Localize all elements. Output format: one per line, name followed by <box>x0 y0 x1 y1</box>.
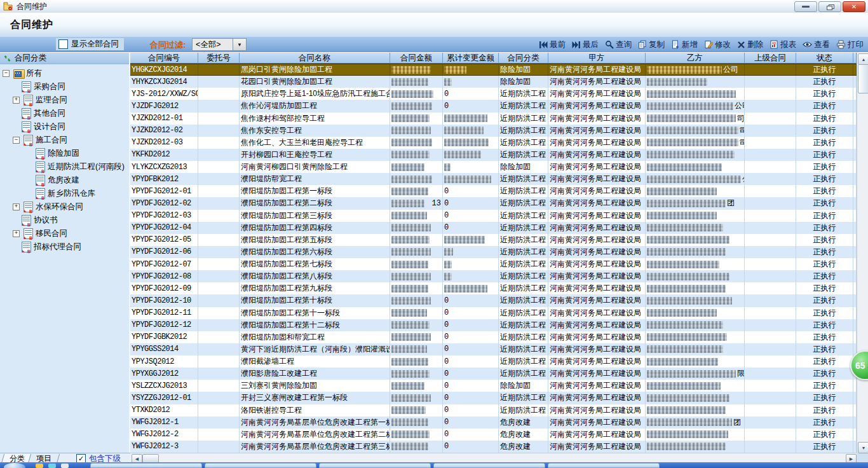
column-header-上级合同[interactable]: 上级合同 <box>745 53 796 64</box>
table-row[interactable]: YPYDFJG2012-12濮阳堤防加固工程第十二标段0近期防洪工程（河南黄河河… <box>130 319 857 331</box>
column-header-合同分类[interactable]: 合同分类 <box>499 53 548 64</box>
restore-button[interactable] <box>818 1 841 12</box>
table-row[interactable]: YPYDFJG2012-07濮阳堤防加固工程第七标段近期防洪工程（河南黄河河务局… <box>130 258 857 270</box>
tree-item-监理合同[interactable]: +B监理合同 <box>0 93 67 107</box>
column-header-状态[interactable]: 状态 <box>796 53 853 64</box>
table-row[interactable]: YJZDFJG2012焦作沁河堤防加固工程0近期防洪工程（河南黄河河务局工程建设… <box>130 100 857 112</box>
tree-item-近期防洪工程(河南段)[interactable]: B近期防洪工程(河南段) <box>0 160 125 174</box>
column-header-合同名称[interactable]: 合同名称 <box>240 53 390 64</box>
cell-contract-name: 焦作沁河堤防加固工程 <box>240 100 390 112</box>
show-all-contracts-checkbox[interactable]: 显示全部合同 <box>56 38 124 50</box>
table-row[interactable]: YJZKD2012-01焦作逯村和驾部控导工程近期防洪工程（河南黄河河务局工程建… <box>130 113 857 125</box>
tree-item-其他合同[interactable]: B其他合同 <box>0 107 65 120</box>
toolbar-button-print[interactable]: 打印 <box>833 39 867 50</box>
tree-item-招标代理合同[interactable]: B招标代理合同 <box>0 240 81 254</box>
quick-launch-icon[interactable] <box>61 464 69 468</box>
tree-item-label: 除险加固 <box>48 148 79 159</box>
tree-item-施工合同[interactable]: −B施工合同 <box>0 134 67 147</box>
contract-filter-select[interactable]: <全部> <box>192 38 236 51</box>
search-icon <box>605 40 614 49</box>
expand-icon[interactable]: + <box>13 230 20 237</box>
party-b-suffix: 公司 <box>735 100 745 111</box>
table-row[interactable]: YPYDFJG2012-08濮阳堤防加固工程第八标段近期防洪工程（河南黄河河务局… <box>130 270 857 282</box>
table-row[interactable]: YWFGJ2012-2河南黄河河务局基层单位危房改建工程第二标段0危房改建河南黄… <box>130 429 857 441</box>
filter-dropdown-button[interactable]: ▼ <box>233 38 247 51</box>
column-header-合同金额[interactable]: 合同金额 <box>390 53 443 64</box>
tree-item-所有[interactable]: −所有 <box>0 67 42 80</box>
quick-launch-icon[interactable] <box>36 464 43 468</box>
quick-launch-icon[interactable] <box>48 464 56 468</box>
taskbar-window-button[interactable] <box>433 463 545 468</box>
close-button[interactable]: ✕ <box>843 1 865 12</box>
refresh-icon[interactable] <box>4 55 11 62</box>
contract-icon: B <box>36 188 45 199</box>
taskbar-window-button[interactable] <box>548 463 660 468</box>
scroll-down-button[interactable]: ▼ <box>858 442 868 453</box>
table-row[interactable]: YPYDFJG2012-09濮阳堤防加固工程第九标段近期防洪工程（河南黄河河务局… <box>130 282 857 294</box>
table-row[interactable]: YKFKD2012开封柳园口和王庵控导工程近期防洪工程（河南黄河河务局工程建设局… <box>130 149 857 161</box>
taskbar-window-button[interactable] <box>319 463 431 468</box>
redacted-amount <box>391 248 431 256</box>
expand-icon[interactable]: + <box>13 203 20 210</box>
table-row[interactable]: YJS-2012/XXWZ/SG原阳武庄控导上延1-10垛应急防汛工程施工合同0… <box>130 88 857 100</box>
table-row[interactable]: YSYZZGJ2012-01开封三义寨闸改建工程第一标段0近期防洪工程（河南黄河… <box>130 392 857 404</box>
table-row[interactable]: YPYDFJG2012-03濮阳堤防加固工程第三标段0近期防洪工程（河南黄河河务… <box>130 210 857 222</box>
table-row[interactable]: YPYGGSS2014黄河下游近期防洪工程（河南段）濮阳灌溉设施0近期防洪工程（… <box>130 343 857 355</box>
column-header-累计变更金额[interactable]: 累计变更金额 <box>443 53 499 64</box>
collapse-icon[interactable]: − <box>13 137 20 144</box>
toolbar-button-view[interactable]: 查看 <box>799 39 833 50</box>
toolbar-button-last[interactable]: 最后 <box>569 39 602 50</box>
table-row[interactable]: YPYDFJG2012-06濮阳堤防加固工程第六标段近期防洪工程（河南黄河河务局… <box>130 246 857 258</box>
table-row[interactable]: YPYDFJG2012-10濮阳堤防加固工程第十标段0近期防洪工程（河南黄河河务… <box>130 294 857 306</box>
table-row[interactable]: YPYDFJG2012-04濮阳堤防加固工程第四标段0近期防洪工程（河南黄河河务… <box>130 222 857 234</box>
table-row[interactable]: YJZKD2012-03焦作化工、大玉兰和老田庵控导工程近期防洪工程（河南黄河河… <box>130 137 857 149</box>
toolbar-button-first[interactable]: 最前 <box>536 39 569 50</box>
table-row[interactable]: YHGKZCXJG2014黑岗口引黄闸除险加固工程除险加固河南黄河河务局工程建设… <box>130 64 857 76</box>
start-button[interactable] <box>4 463 25 468</box>
tree-item-协议书[interactable]: B协议书 <box>0 214 58 227</box>
column-header-甲方[interactable]: 甲方 <box>548 53 646 64</box>
toolbar-button-new[interactable]: 新增 <box>668 39 701 50</box>
tree-item-水保环保合同[interactable]: +B水保环保合同 <box>0 200 83 214</box>
tree-item-危房改建[interactable]: B危房改建 <box>0 174 79 187</box>
cell-parent-contract <box>745 137 796 149</box>
taskbar-window-button[interactable] <box>205 463 316 468</box>
table-row[interactable]: YPYDFJG2012-02濮阳堤防加固工程第二标段130近期防洪工程（河南黄河… <box>130 197 857 209</box>
toolbar-button-search[interactable]: 查询 <box>602 39 635 50</box>
column-header-委托号[interactable]: 委托号 <box>198 53 240 64</box>
toolbar-button-edit[interactable]: 修改 <box>701 39 734 50</box>
minimize-button[interactable] <box>794 1 817 12</box>
table-row[interactable]: YPYDFJG2012-01濮阳堤防加固工程第一标段0近期防洪工程（河南黄河河务… <box>130 185 857 197</box>
table-row[interactable]: YPYDFJG2012-05濮阳堤防加固工程第五标段近期防洪工程（河南黄河河务局… <box>130 234 857 246</box>
table-row[interactable]: YWFGJ2012-1河南黄河河务局基层单位危房改建工程第一标段0危房改建河南黄… <box>130 416 857 429</box>
table-row[interactable]: YHYKZCXJG2014花园口引黄闸除险加固工程除险加固河南黄河河务局工程建设… <box>130 76 857 88</box>
tree-item-设计合同[interactable]: B设计合同 <box>0 120 65 134</box>
column-header-合同编号[interactable]: 合同编号 <box>130 53 198 64</box>
vertical-scrollbar[interactable]: ▲ ▼ <box>857 53 868 453</box>
toolbar-button-delete[interactable]: 删除 <box>734 39 766 50</box>
scroll-up-button[interactable]: ▲ <box>858 53 868 65</box>
table-row[interactable]: YLYKZCXZG2013河南黄河柳园口引黄闸除险工程除险加固河南黄河河务局工程… <box>130 161 857 173</box>
table-row[interactable]: YPYDFBK2012濮阳堤防帮宽工程近期防洪工程（河南黄河河务局工程建设局公正… <box>130 173 857 185</box>
column-header-乙方[interactable]: 乙方 <box>646 53 745 64</box>
cell-entrust-no <box>198 137 240 149</box>
cell-parent-contract <box>745 100 796 112</box>
table-row[interactable]: YJZKD2012-02焦作东安控导工程近期防洪工程（河南黄河河务局工程建设局司… <box>130 125 857 137</box>
toolbar-button-copy[interactable]: 复制 <box>635 39 668 50</box>
tree-item-采购合同[interactable]: B采购合同 <box>0 80 65 93</box>
table-row[interactable]: YPYXGGJ2012濮阳影唐险工改建工程0近期防洪工程（河南黄河河务局工程建设… <box>130 368 857 380</box>
table-row[interactable]: YTXKD2012洛阳铁谢控导工程0近期防洪工程（河南黄河河务局工程建设局正执行 <box>130 404 857 416</box>
collapse-icon[interactable]: − <box>3 70 10 77</box>
table-row[interactable]: YSLZZCXJG2013三刘寨引黄闸除险加固0除险加固河南黄河河务局工程建设局… <box>130 380 857 392</box>
expand-icon[interactable]: + <box>13 97 20 104</box>
table-row[interactable]: YPYDFJG2012-11濮阳堤防加固工程第十一标段0近期防洪工程（河南黄河河… <box>130 307 857 319</box>
tree-item-除险加固[interactable]: B除险加固 <box>0 147 79 160</box>
tree-item-移民合同[interactable]: +B移民合同 <box>0 227 67 240</box>
table-row[interactable]: YWFGJ2012-3河南黄河河务局基层单位危房改建工程第三标段0危房改建河南黄… <box>130 441 857 453</box>
table-row[interactable]: YPYJSQ2012濮阳截渗墙工程0近期防洪工程（河南黄河河务局工程建设局正执行 <box>130 355 857 368</box>
taskbar-window-button[interactable] <box>90 463 202 468</box>
tree-item-新乡防汛仓库[interactable]: B新乡防汛仓库 <box>0 187 95 200</box>
table-row[interactable]: YPYDFJGBK2012濮阳堤防加固和帮宽工程0近期防洪工程（河南黄河河务局工… <box>130 331 857 343</box>
toolbar-button-report[interactable]: 报表 <box>766 39 799 50</box>
vertical-scroll-thumb[interactable] <box>858 64 868 93</box>
